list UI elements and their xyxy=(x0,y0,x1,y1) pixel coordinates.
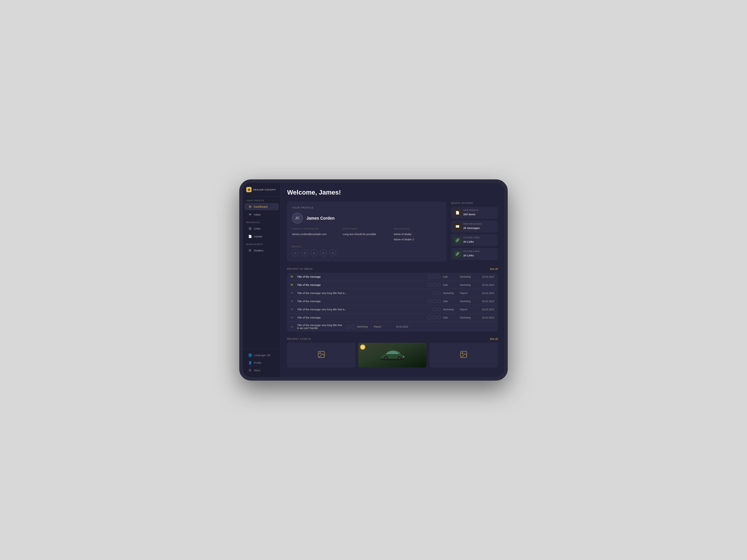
document-icon: 📄 xyxy=(454,209,461,216)
app-logo-icon: ⊞ xyxy=(246,187,252,192)
sidebar-label-language: Language: DE xyxy=(254,354,271,357)
asset-badge xyxy=(360,344,365,350)
tag-dot xyxy=(428,316,431,319)
inbox-section-title: Recent in inbox xyxy=(287,267,313,270)
table-row[interactable]: ✉ Title of the message Sale Marketing 16… xyxy=(287,281,498,289)
sidebar-label-dashboard: Dashboard xyxy=(254,205,267,208)
table-row[interactable]: ✉ Title of the message Sale Marketing 16… xyxy=(287,314,498,322)
sidebar-item-dealers[interactable]: ☰ Dealers xyxy=(244,247,279,254)
inbox-title: Title of the message xyxy=(297,275,425,278)
qa-assets-label: NEW ASSETS: xyxy=(463,209,479,211)
qa-messages-value: 20 messages xyxy=(463,226,480,230)
inbox-type: Marketing xyxy=(460,284,474,287)
mail-icon-row: ✉ xyxy=(291,299,295,303)
inbox-title: Title of the message xyxy=(297,316,425,319)
inbox-date: 16.02.2022 xyxy=(391,325,408,328)
qa-card-system-links-2[interactable]: 🔗 SYSTEM LINKS 20 Links xyxy=(451,248,498,260)
svg-point-10 xyxy=(399,357,400,358)
svg-point-12 xyxy=(462,353,463,354)
inbox-category: Marketing xyxy=(443,292,458,295)
inbox-title: Title of the message very long title tha… xyxy=(297,308,430,311)
inbox-category: Sale xyxy=(443,316,458,319)
sidebar-item-assets[interactable]: 📄 Assets xyxy=(244,233,279,240)
qa-messages-label: NEW MESSAGES: xyxy=(463,223,482,225)
sidebar-item-dashboard[interactable]: ⊞ Dashboard xyxy=(244,203,279,210)
link-icon-qa: 🔗 xyxy=(454,237,461,244)
inbox-type: Marketing xyxy=(460,316,474,319)
assets-grid xyxy=(287,343,498,368)
table-row[interactable]: ✉ Title of the message very long title t… xyxy=(287,322,498,331)
mail-icon-row: ✉ xyxy=(291,291,295,295)
profile-and-quickaccess: Your profile JC James Corden CONTACT INF… xyxy=(287,202,498,262)
asset-card-2[interactable] xyxy=(358,343,427,368)
section-label-management: MANAGEMENT xyxy=(243,240,280,246)
table-row[interactable]: ✉ Title of the message very long title t… xyxy=(287,289,498,297)
table-row[interactable]: ✉ Title of the message Sale Marketing 16… xyxy=(287,273,498,281)
tag-dot xyxy=(346,325,350,329)
inbox-tags xyxy=(346,325,355,329)
sidebar-item-profile[interactable]: 👤 Profile xyxy=(244,359,279,366)
mail-icon-row: ✉ xyxy=(291,325,295,328)
sidebar-item-links[interactable]: ⛓ Links xyxy=(244,225,279,232)
tablet-frame: ⊞ DEALER COCKPIT YOUR PROFILE ⊞ Dashboar… xyxy=(239,179,508,381)
inbox-tags xyxy=(432,291,441,295)
sidebar-label-links: Links xyxy=(254,227,260,230)
tag-dot xyxy=(437,299,441,303)
main-content: Welcome, James! Your profile JC James Co… xyxy=(281,183,504,377)
inbox-tags xyxy=(428,283,441,287)
list-icon: ☰ xyxy=(248,248,252,252)
brands-label: BRANDS xyxy=(292,246,442,248)
inbox-see-all[interactable]: See all xyxy=(490,267,498,270)
image-placeholder-icon xyxy=(460,350,468,360)
qa-text-links-1: SYSTEM LINKS 20 Links xyxy=(463,237,480,244)
tag-dot xyxy=(437,316,441,319)
section-label-materials: MATERIALS xyxy=(243,218,280,224)
grid-icon: ⊞ xyxy=(248,205,252,209)
qa-text-assets: NEW ASSETS: 200 items xyxy=(463,209,479,216)
sidebar-item-inbox[interactable]: ✉ Inbox xyxy=(244,211,279,218)
menu-icon: ☰ xyxy=(248,368,252,372)
image-placeholder-icon xyxy=(317,350,325,360)
assets-see-all[interactable]: See all xyxy=(490,338,498,340)
sidebar-item-language[interactable]: 🌐 Language: DE xyxy=(244,351,279,359)
inbox-date: 16.02.2022 xyxy=(477,284,494,287)
inbox-tags xyxy=(428,316,441,319)
tag-dot xyxy=(432,316,436,319)
qa-card-system-links-1[interactable]: 🔗 SYSTEM LINKS 20 Links xyxy=(451,234,498,246)
brand-icon-2: ⊖ xyxy=(301,249,308,257)
table-row[interactable]: ✉ Title of the message Sale Marketing 16… xyxy=(287,297,498,305)
tag-dot xyxy=(351,325,355,329)
tag-dot xyxy=(437,275,441,278)
section-label-profile: YOUR PROFILE xyxy=(243,196,280,203)
contact-info-block: CONTACT INFORMATION James.corden@example… xyxy=(292,228,340,241)
inbox-category: Sale xyxy=(443,300,458,303)
qa-card-new-messages[interactable]: ✉️ NEW MESSAGES: 20 messages xyxy=(451,220,498,233)
qa-links1-label: SYSTEM LINKS xyxy=(463,237,480,239)
asset-card-1[interactable] xyxy=(287,343,355,368)
qa-links1-value: 20 Links xyxy=(463,240,474,243)
qa-links2-value: 20 Links xyxy=(463,254,474,257)
dealership-2: Name of dealer 2 xyxy=(394,238,414,241)
inbox-category: Marketing xyxy=(443,308,458,311)
inbox-tags xyxy=(432,308,441,311)
sidebar-label-assets: Assets xyxy=(254,235,262,238)
qa-card-new-assets[interactable]: 📄 NEW ASSETS: 200 items xyxy=(451,207,498,219)
mail-icon-row: ✉ xyxy=(291,308,295,311)
department-label: DEPARTMENT xyxy=(343,228,391,230)
inbox-type: Marketing xyxy=(460,275,474,278)
tag-dot xyxy=(428,275,431,278)
file-icon: 📄 xyxy=(248,235,252,238)
inbox-date: 16.02.2022 xyxy=(477,316,494,319)
tag-dot xyxy=(437,283,441,287)
sidebar-item-menu[interactable]: ☰ Menu xyxy=(244,367,279,374)
table-row[interactable]: ✉ Title of the message very long title t… xyxy=(287,305,498,314)
dealerships-info-block: DEALERSHIPS Name of dealer Name of deale… xyxy=(394,228,442,241)
inbox-title: Title of the message xyxy=(297,300,425,303)
sidebar-label-inbox: Inbox xyxy=(254,213,261,216)
tag-dot xyxy=(432,299,436,303)
assets-section-header: Recent assets See all xyxy=(287,338,498,340)
profile-header: JC James Corden xyxy=(292,213,442,224)
message-icon: ✉️ xyxy=(454,223,461,230)
quick-access-title: Quick access xyxy=(451,202,498,205)
asset-card-3[interactable] xyxy=(430,343,498,368)
